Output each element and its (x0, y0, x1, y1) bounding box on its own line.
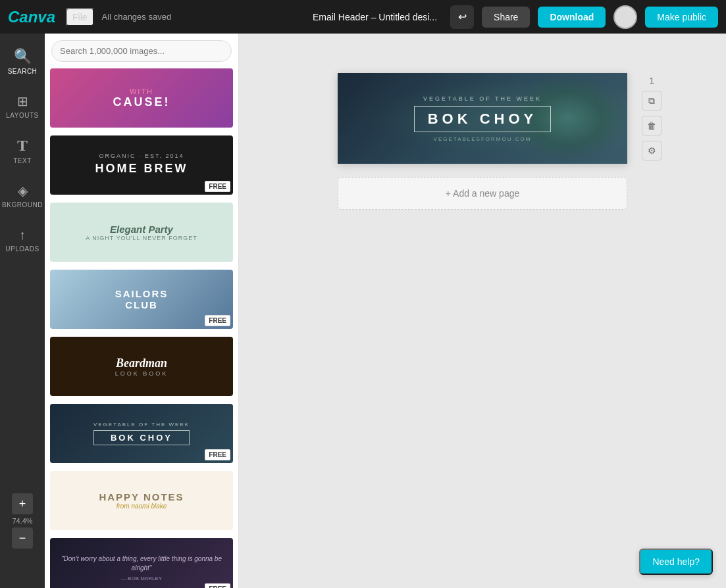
canvas-page: VEGETABLE OF THE WEEK BOK CHOY VEGETABLE… (338, 73, 627, 164)
undo-button[interactable]: ↩ (450, 5, 474, 29)
list-item[interactable]: "Don't worry about a thing, every little… (50, 538, 233, 588)
sidebar-item-search[interactable]: 🔍 SEARCH (0, 39, 45, 84)
add-page-button[interactable]: + Add a new page (338, 177, 627, 210)
zoom-out-button[interactable]: − (12, 527, 33, 549)
template-panel: WITH CAUSE! ORGANIC · EST. 2014 HOME BRE… (45, 34, 239, 588)
topnav: Canva File All changes saved Email Heade… (0, 0, 726, 34)
zoom-level: 74.4% (12, 517, 32, 525)
sidebar-label-text: TEXT (13, 157, 32, 164)
make-public-button[interactable]: Make public (645, 7, 718, 28)
free-badge: FREE (205, 315, 230, 326)
veg-label: VEGETABLE OF THE WEEK (423, 95, 542, 102)
page-options-button[interactable]: ⚙ (642, 141, 661, 160)
sidebar-label-search: SEARCH (8, 68, 38, 75)
share-button[interactable]: Share (482, 7, 530, 28)
uploads-icon: ↑ (19, 228, 26, 243)
zoom-in-button[interactable]: + (12, 493, 33, 514)
template-grid: WITH CAUSE! ORGANIC · EST. 2014 HOME BRE… (45, 66, 238, 588)
canvas-container: VEGETABLE OF THE WEEK BOK CHOY VEGETABLE… (338, 73, 627, 210)
avatar[interactable] (613, 5, 637, 29)
list-item[interactable]: WITH CAUSE! (50, 68, 233, 128)
list-item[interactable]: VEGETABLE OF THE WEEK BOK CHOY FREE (50, 404, 233, 463)
file-menu[interactable]: File (66, 8, 94, 26)
free-badge: FREE (205, 449, 230, 460)
free-badge: FREE (205, 181, 230, 192)
list-item[interactable]: ORGANIC · EST. 2014 HOME BREW FREE (50, 135, 233, 195)
sidebar-label-background: BKGROUND (2, 201, 43, 208)
zoom-controls: + 74.4% − (0, 493, 45, 549)
search-input[interactable] (51, 40, 232, 62)
sidebar-label-layouts: LAYOUTS (6, 112, 38, 119)
canva-logo[interactable]: Canva (8, 8, 55, 26)
need-help-button[interactable]: Need help? (639, 549, 713, 575)
layouts-icon: ⊞ (17, 93, 28, 109)
canvas-title: BOK CHOY (428, 110, 538, 128)
list-item[interactable]: Beardman LOOK BOOK (50, 337, 233, 396)
free-badge: FREE (205, 583, 230, 588)
duplicate-page-button[interactable]: ⧉ (642, 91, 661, 110)
page-controls: 1 ⧉ 🗑 ⚙ (642, 73, 661, 160)
list-item[interactable]: HAPPY NOTES from naomi blake (50, 471, 233, 530)
list-item[interactable]: SAILORS CLUB FREE (50, 270, 233, 329)
list-item[interactable]: Elegant Party A NIGHT YOU'LL NEVER FORGE… (50, 203, 233, 262)
page-number: 1 (649, 76, 654, 86)
saved-status: All changes saved (102, 12, 305, 22)
search-bar (45, 34, 238, 66)
document-title: Email Header – Untitled desi... (313, 12, 437, 22)
delete-page-button[interactable]: 🗑 (642, 116, 661, 135)
canvas-design[interactable]: VEGETABLE OF THE WEEK BOK CHOY VEGETABLE… (338, 73, 627, 164)
background-icon: ◈ (18, 183, 28, 199)
sidebar-item-layouts[interactable]: ⊞ LAYOUTS (0, 84, 45, 128)
download-button[interactable]: Download (538, 7, 606, 28)
sidebar-item-text[interactable]: T TEXT (0, 128, 45, 173)
canvas-title-box: BOK CHOY (414, 106, 552, 132)
text-icon: T (17, 137, 28, 155)
sidebar-item-uploads[interactable]: ↑ UPLOADS (0, 218, 45, 262)
sidebar-item-background[interactable]: ◈ BKGROUND (0, 173, 45, 218)
sidebar: 🔍 SEARCH ⊞ LAYOUTS T TEXT ◈ BKGROUND ↑ U… (0, 34, 45, 588)
search-icon: 🔍 (14, 48, 32, 65)
canvas-url: VEGETABLESFORMOU.COM (434, 136, 532, 142)
canvas-area: VEGETABLE OF THE WEEK BOK CHOY VEGETABLE… (239, 34, 726, 588)
sidebar-label-uploads: UPLOADS (5, 245, 39, 253)
